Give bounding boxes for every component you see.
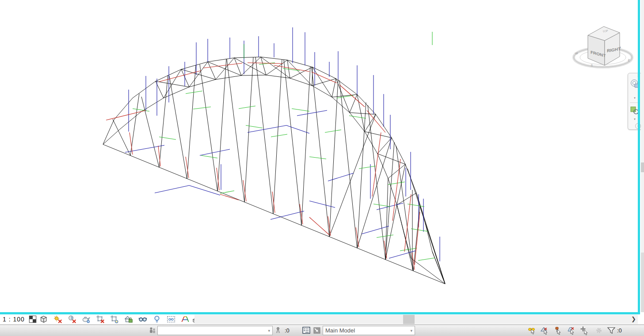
viewport-border-right <box>638 0 640 314</box>
gear-icon <box>594 326 604 335</box>
temporary-hide-isolate-icon[interactable] <box>138 315 147 324</box>
crop-view-off-icon[interactable] <box>96 315 105 324</box>
active-design-option-select[interactable]: Main Model ▾ <box>323 326 415 335</box>
select-underlay-elements-icon <box>540 326 550 335</box>
sun-path-off-icon[interactable] <box>53 315 62 324</box>
filter-count: :0 <box>617 327 622 334</box>
show-crop-region-icon[interactable] <box>110 315 119 324</box>
select-links-toggle[interactable] <box>527 326 537 335</box>
vertical-scrollbar-thumb[interactable] <box>641 162 644 172</box>
viewcube[interactable]: W S E N TOP FRONT RIGHT <box>571 19 636 69</box>
visual-style-icon[interactable] <box>39 315 48 324</box>
horizontal-scrollbar-thumb[interactable] <box>403 315 415 324</box>
filter-button[interactable]: :0 <box>606 326 622 335</box>
vertical-scrollbar-track-lower <box>641 253 644 312</box>
temporary-view-properties-icon[interactable] <box>167 315 175 324</box>
drag-elements-on-selection-toggle[interactable] <box>580 326 590 335</box>
zoom-dropdown-icon[interactable]: ▾ <box>633 117 637 121</box>
revit-3d-view-window: W S E N TOP FRONT RIGHT ✕ ▾ <box>0 0 644 336</box>
navigation-bar[interactable]: ✕ ▾ ▾ – <box>628 73 642 130</box>
status-bar: ▾ :0 Main Model <box>0 325 644 336</box>
select-elements-by-face-icon <box>567 326 576 335</box>
detail-level-icon[interactable] <box>28 315 37 324</box>
show-analytical-model-icon[interactable] <box>181 315 190 324</box>
reveal-hidden-elements-icon[interactable] <box>152 315 161 324</box>
design-options-icon <box>301 326 311 335</box>
analytical-model-wireframe <box>0 0 644 314</box>
add-to-set-icon <box>312 326 322 335</box>
show-rendering-dialog-icon[interactable] <box>82 315 91 324</box>
select-elements-by-face-toggle[interactable] <box>567 326 576 335</box>
filter-funnel-icon <box>606 326 616 335</box>
view-scale-button[interactable]: 1 : 100 <box>3 316 25 323</box>
chevron-down-icon: ▾ <box>267 328 271 333</box>
selection-settings-button[interactable] <box>594 326 604 335</box>
worksets-button[interactable] <box>148 326 157 335</box>
drag-elements-on-selection-icon <box>580 326 590 335</box>
chevron-down-icon: ▾ <box>409 328 414 333</box>
vertical-scrollbar[interactable] <box>641 0 644 312</box>
design-options-button[interactable] <box>301 326 311 335</box>
active-workset-select[interactable]: ▾ <box>157 326 273 335</box>
model-canvas[interactable]: W S E N TOP FRONT RIGHT ✕ ▾ <box>0 0 644 314</box>
active-design-option-value: Main Model <box>325 327 355 334</box>
editing-requests-icon <box>274 326 284 335</box>
locked-3d-view-icon[interactable] <box>124 315 133 324</box>
select-underlay-elements-toggle[interactable] <box>540 326 550 335</box>
horizontal-scrollbar-right-arrow-icon[interactable]: ❯ <box>631 316 636 322</box>
select-pinned-elements-toggle[interactable] <box>553 326 563 335</box>
worksets-icon <box>148 326 157 335</box>
editing-requests-count: :0 <box>285 327 290 334</box>
horizontal-scrollbar[interactable]: ❯ <box>194 315 638 324</box>
wheel-dropdown-icon[interactable]: ▾ <box>633 96 637 100</box>
shadows-off-icon[interactable] <box>68 315 76 324</box>
select-links-icon <box>527 326 537 335</box>
editing-requests-button[interactable]: :0 <box>274 326 290 335</box>
select-pinned-elements-icon <box>553 326 563 335</box>
add-to-set-button[interactable] <box>312 326 322 335</box>
